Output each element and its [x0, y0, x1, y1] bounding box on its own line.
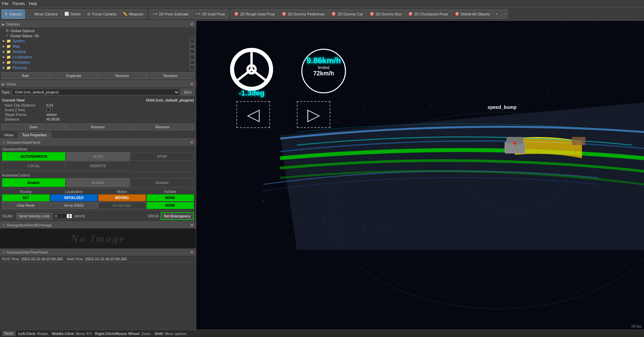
status-reset-button[interactable]: Reset: [2, 331, 15, 336]
add-display-button[interactable]: Add: [1, 72, 49, 79]
displays-header[interactable]: ▶ Displays ✕: [0, 21, 196, 27]
localization-col: Localization INITIALIZED Init by GNSS: [50, 190, 98, 209]
no-image-area: No Image: [0, 228, 196, 249]
speed-display: 9.86km/h limited 72km/h: [300, 56, 347, 77]
enable-button-1[interactable]: Enable: [2, 178, 65, 187]
focus-camera-button[interactable]: ◎ Focus Camera: [84, 9, 119, 19]
move-camera-button[interactable]: 🎥 Move Camera: [25, 9, 61, 19]
motion-status-button[interactable]: MOVING: [98, 194, 146, 201]
autoware-header[interactable]: ⬡ AutowareStatePanel ✕: [0, 139, 196, 146]
system-checkbox[interactable]: ✓: [190, 39, 195, 43]
gear-unit: [km/h]: [75, 214, 85, 218]
svg-point-57: [531, 94, 532, 95]
wall-time-label: Wall Time:: [67, 257, 84, 261]
clear-route-button[interactable]: Clear Route: [2, 202, 50, 209]
velocity-input[interactable]: [53, 213, 73, 219]
set-emergency-button[interactable]: Set Emergency: [161, 212, 194, 220]
rough-goal-button[interactable]: 🎯 2D Rough Goal Pose: [231, 9, 278, 19]
datetime-row: ROS Time: 2023-10-10 16:22:50.265 Wall T…: [0, 256, 196, 262]
speed-limit-value: 72km/h: [300, 70, 347, 77]
interact-button[interactable]: 🖱 Interact: [1, 9, 25, 19]
perception-checkbox[interactable]: ✓: [190, 60, 195, 65]
invert-z-checkbox[interactable]: [46, 108, 50, 112]
left-click-description: Rotate.: [37, 332, 49, 336]
auto-button[interactable]: AUTO: [66, 152, 129, 161]
dummy-bus-button[interactable]: 🎯 2D Dummy Bus: [367, 9, 405, 19]
goal-pose-button[interactable]: ⟶ 2D Goal Pose: [192, 9, 228, 19]
plus-button[interactable]: +: [493, 9, 500, 19]
dummy-car-button[interactable]: 🎯 2D Dummy Car: [328, 9, 366, 19]
focus-camera-icon: ◎: [87, 12, 91, 16]
right-arrow-box: ▷: [297, 101, 330, 128]
init-gnss-button[interactable]: Init by GNSS: [50, 202, 98, 209]
menu-panels[interactable]: Panels: [12, 1, 25, 6]
system-icon: 📁: [6, 39, 11, 43]
failsafe-status-1-button[interactable]: NONE: [147, 194, 194, 201]
perception-label: Perception: [12, 60, 189, 64]
recognition-close-icon[interactable]: ✕: [190, 223, 194, 227]
gear-drive-section: GEAR: Send Velocity Limit [km/h] DRIVE S…: [0, 210, 196, 221]
menu-file[interactable]: File: [2, 1, 8, 6]
dummy-pedestrian-button[interactable]: 🎯 2D Dummy Pedestrian: [279, 9, 328, 19]
datetime-header[interactable]: ⬡ AutowareDateTimePanel ✕: [0, 249, 196, 256]
views-close-icon[interactable]: ✕: [190, 82, 194, 86]
checkpoint-pose-button[interactable]: 🎯 2D Checkpoint Pose: [405, 9, 451, 19]
global-status-icon: ✓: [6, 33, 9, 38]
tab-views[interactable]: Views: [0, 132, 18, 138]
views-type-select[interactable]: Orbit (rviz_default_plugins): [12, 89, 179, 95]
svg-rect-31: [572, 137, 585, 145]
localization-status-button[interactable]: INITIALIZED: [50, 194, 98, 201]
delete-all-button[interactable]: 🎯 Delete All Objects: [452, 9, 493, 19]
autoware-close-icon[interactable]: ✕: [190, 140, 194, 145]
left-panel: ▶ Displays ✕ ⚙ Global Options ✓ Global S…: [0, 21, 196, 330]
failsafe-status-2-button[interactable]: NONE: [147, 202, 194, 209]
list-item-arrow: ▶: [3, 61, 5, 64]
displays-close-icon[interactable]: ✕: [190, 22, 194, 26]
datetime-close-icon[interactable]: ✕: [190, 250, 194, 255]
recognition-section: ⬡ RecognitionResultOnImage ✕ No Image: [0, 222, 196, 249]
remove-view-button[interactable]: Remove: [66, 124, 130, 130]
enable-button-2[interactable]: Enable: [66, 178, 129, 187]
distance-label: Distance: [5, 117, 45, 121]
autonomous-button[interactable]: AUTONOMOUS: [2, 152, 65, 161]
autoware-title: AutowareStatePanel: [7, 140, 40, 144]
minus-button[interactable]: −: [501, 9, 508, 19]
menu-help[interactable]: Help: [29, 1, 37, 6]
disable-button[interactable]: Disable: [130, 178, 194, 187]
select-button[interactable]: ⬜ Select: [61, 9, 84, 19]
remove-display-button[interactable]: Remove: [98, 72, 146, 79]
views-header[interactable]: ▶ Views ✕: [0, 81, 196, 87]
ac-buttons: Enable Enable Disable: [2, 178, 194, 187]
rename-view-button[interactable]: Rename: [130, 124, 195, 130]
views-zero-button[interactable]: Zero: [181, 89, 195, 95]
svg-point-37: [380, 104, 381, 105]
shift-label: Shift: More options.: [155, 332, 187, 336]
localization-checkbox[interactable]: ✓: [190, 55, 195, 59]
pose-estimate-button[interactable]: ⟶ 2D Pose Estimate: [149, 9, 192, 19]
shift-action-label: Shift:: [155, 332, 164, 336]
recognition-header[interactable]: ⬡ RecognitionResultOnImage ✕: [0, 222, 196, 228]
list-item: ✓ Global Status: Ok: [0, 33, 196, 38]
rename-display-button[interactable]: Rename: [147, 72, 195, 79]
distance-value: 40.8636: [46, 117, 60, 121]
tab-tool-properties[interactable]: Tool Properties: [18, 132, 51, 138]
save-view-button[interactable]: Save: [1, 124, 65, 130]
3d-view[interactable]: -1.3deg 9.86km/h limited 72km/h ◁ ▷ spe: [196, 21, 644, 330]
right-click-label: Right-Click/Mouse Wheel: Zoom.: [95, 332, 152, 336]
speed-value: 9.86km/h: [300, 56, 347, 65]
remote-button[interactable]: REMOTE: [66, 161, 129, 170]
right-click-description: Zoom.: [141, 332, 152, 336]
displays-section: ▶ Displays ✕ ⚙ Global Options ✓ Global S…: [0, 21, 196, 81]
gear-section: GEAR:: [2, 214, 13, 218]
send-velocity-button[interactable]: Send Velocity Limit: [16, 213, 52, 219]
planning-checkbox[interactable]: ✓: [190, 65, 195, 70]
accept-start-button[interactable]: Accept Start: [98, 202, 146, 209]
map-checkbox[interactable]: ✓: [190, 44, 195, 49]
svg-point-38: [397, 107, 398, 108]
stop-button[interactable]: STOP: [130, 152, 194, 161]
sensing-checkbox[interactable]: ✓: [190, 49, 195, 54]
duplicate-display-button[interactable]: Duplicate: [50, 72, 98, 79]
measure-button[interactable]: 📏 Measure: [120, 9, 146, 19]
local-button[interactable]: LOCAL: [2, 161, 65, 170]
routing-status-button[interactable]: SET: [2, 194, 50, 201]
